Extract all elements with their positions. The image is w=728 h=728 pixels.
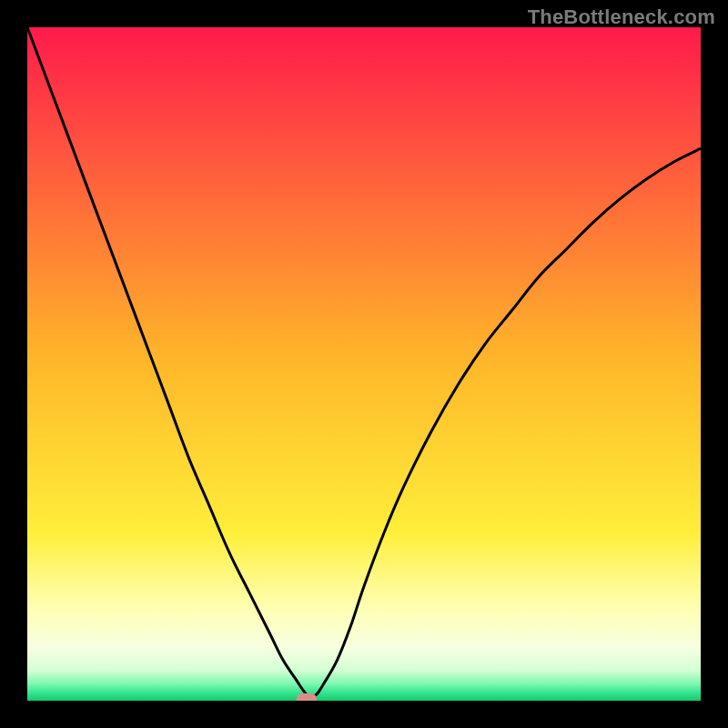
minimum-marker xyxy=(297,693,317,701)
plot-area xyxy=(27,27,701,701)
watermark-text: TheBottleneck.com xyxy=(528,5,715,29)
bottleneck-curve xyxy=(27,27,701,697)
chart-frame: TheBottleneck.com xyxy=(0,0,728,728)
curve-layer xyxy=(27,27,701,701)
